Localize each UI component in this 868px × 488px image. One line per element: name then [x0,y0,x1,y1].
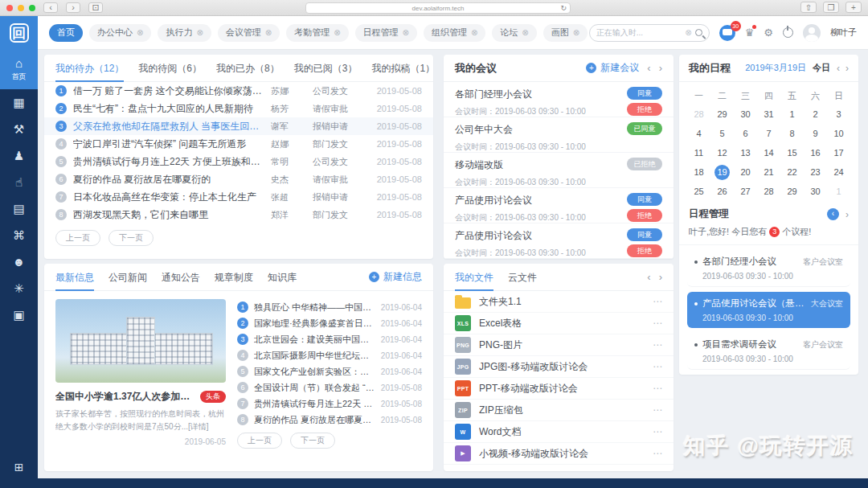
calendar-day[interactable]: 10 [827,124,850,143]
more-actions-icon[interactable] [653,404,662,416]
todo-title[interactable]: 借一万 赔了一套房 这个交易能让你倾家荡产！ [73,84,264,98]
calendar-prev-icon[interactable]: ‹ [837,63,840,74]
calendar-day[interactable]: 7 [757,124,780,143]
calendar-day[interactable]: 8 [780,124,804,143]
file-row[interactable]: PPT PPT-移动端改版讨论会 [444,378,674,400]
news-title[interactable]: 北京国际摄影周中华世纪坛开幕 聚焦 “一带一路” [254,350,375,362]
calendar-day[interactable]: 14 [757,143,780,162]
calendar-day[interactable]: 6 [734,124,757,143]
calendar-day[interactable]: 24 [827,162,850,182]
calendar-day[interactable]: 9 [804,124,827,143]
calendar-day[interactable]: 12 [710,143,734,162]
todo-tab[interactable]: 我的拟稿（1） [371,55,433,82]
search-icon[interactable] [695,29,702,36]
todo-row[interactable]: 4 宁波口岸引进“汽车侦探” 问题车无所遁形 赵娜 部门发文 2019-05-0… [44,135,433,153]
calendar-day[interactable]: 28 [757,182,780,201]
new-tab-button[interactable]: + [845,2,862,13]
meetings-prev-icon[interactable]: ‹ [647,62,650,74]
meeting-item[interactable]: 公司年中大会 会议时间：2019-06-03 09:30 - 10:00 已同意 [444,117,674,153]
app-logo[interactable]: 回 [0,16,38,50]
files-tab[interactable]: 云文件 [508,264,537,291]
todo-title[interactable]: 西湖发现黑天鹅，它们来自哪里 [73,208,264,222]
news-row[interactable]: 4 北京国际摄影周中华世纪坛开幕 聚焦 “一带一路” 2019-06-04 [237,347,422,363]
new-info-button[interactable]: + 新建信息 [369,270,422,284]
file-row[interactable]: ZIP ZIP压缩包 [444,400,674,421]
more-actions-icon[interactable] [653,318,662,329]
news-row[interactable]: 8 夏衍的作品 夏衍故居在哪夏衍的 2019-05-08 [237,412,422,428]
todo-row[interactable]: 3 父亲在抢救他却在隔壁救别人 当事医生回应质疑 谢军 报销申请 2019-05… [44,117,433,135]
meeting-item[interactable]: 产品使用讨论会议 会议时间：2019-06-03 09:30 - 10:00 同… [444,188,674,223]
new-meeting-button[interactable]: + 新建会议 [586,61,639,75]
logout-power-icon[interactable] [783,27,793,38]
sidebar-item[interactable]: ☻ [0,248,38,275]
browser-back-button[interactable]: ‹ [43,2,58,13]
news-title[interactable]: 北京世园会：建设美丽中国的生动实践 [254,334,375,346]
file-name[interactable]: ZIP压缩包 [479,404,645,417]
todo-row[interactable]: 1 借一万 赔了一套房 这个交易能让你倾家荡产！ 苏娜 公司发文 2019-05… [44,82,433,100]
file-name[interactable]: 文件夹1.1 [479,295,645,309]
clear-search-icon[interactable]: ⊗ [685,28,691,37]
news-title[interactable]: 贵州清镇试行每月连上22天 方便上班族和农民办事 [254,398,375,410]
more-actions-icon[interactable] [653,296,662,307]
messages-icon[interactable]: 30 [719,25,735,41]
calendar-next-icon[interactable]: › [845,63,849,74]
agenda-item[interactable]: 项目需求调研会议 客户会议室 2019-06-03 09:30 - 10:00 [687,333,850,370]
calendar-day[interactable]: 11 [687,143,710,162]
calendar-day[interactable]: 29 [710,105,734,124]
sidebar-item[interactable]: ⌂ 首页 [0,50,38,89]
more-actions-icon[interactable] [653,383,662,394]
calendar-day[interactable]: 27 [734,182,757,201]
refresh-icon[interactable]: ↻ [560,4,567,12]
todo-title[interactable]: 贵州清镇试行每月连上22天 方便上班族和农民办事 [73,155,264,169]
calendar-day[interactable]: 30 [804,182,827,201]
tab-overview-button[interactable]: ❐ [823,2,839,13]
meeting-item[interactable]: 产品使用讨论会议 会议时间：2019-06-03 09:30 - 10:00 同… [444,223,674,259]
meeting-accept-badge[interactable]: 同意 [627,193,662,206]
search-input[interactable] [596,28,682,37]
today-button[interactable]: 今日 [813,62,830,74]
apps-grid-icon[interactable]: ⊞ [14,461,24,474]
sidebar-item[interactable]: ⌘ [0,222,38,248]
meeting-item[interactable]: 各部门经理小会议 会议时间：2019-06-03 09:30 - 10:00 同… [444,82,674,117]
meeting-item[interactable]: 移动端改版 会议时间：2019-06-03 09:30 - 10:00 已拒绝 [444,153,674,188]
news-row[interactable]: 2 国家地理·经典影像盛宴首日展在中华世纪坛... 2019-06-04 [237,315,422,331]
calendar-day[interactable]: 19 [710,162,734,182]
close-tab-icon[interactable]: ⊗ [334,28,340,37]
nav-tab[interactable]: 执行力 ⊗ [158,24,211,42]
calendar-day[interactable]: 5 [710,124,734,143]
close-tab-icon[interactable]: ⊗ [403,28,409,37]
close-tab-icon[interactable]: ⊗ [522,28,528,37]
news-tab[interactable]: 规章制度 [215,264,253,291]
calendar-day[interactable]: 2 [804,105,827,124]
next-page-button[interactable]: 下一页 [108,230,154,246]
news-tab[interactable]: 知识库 [268,264,297,291]
news-tab[interactable]: 通知公告 [162,264,200,291]
calendar-day[interactable]: 31 [757,105,780,124]
news-title[interactable]: 国家文化产业创新实验区：以创新推动产业发展 [254,366,375,378]
file-row[interactable]: XLS Excel表格 [444,313,674,334]
file-row[interactable]: 文件夹1.1 [444,291,674,313]
nav-tab[interactable]: 考勤管理 ⊗ [286,24,348,42]
nav-tab[interactable]: 办公中心 ⊗ [89,24,151,42]
todo-tab[interactable]: 我的已办（8） [216,55,280,82]
close-tab-icon[interactable]: ⊗ [137,28,143,37]
news-row[interactable]: 5 国家文化产业创新实验区：以创新推动产业发展 2019-06-04 [237,363,422,379]
calendar-day[interactable]: 23 [804,162,827,182]
nav-tab[interactable]: 首页 [49,24,83,42]
agenda-next-icon[interactable]: › [845,209,849,220]
close-window-button[interactable] [6,5,13,11]
file-name[interactable]: 小视频-移动端改版讨论会 [479,447,645,461]
calendar-day[interactable]: 16 [804,143,827,162]
calendar-day[interactable]: 25 [687,182,710,201]
nav-tab[interactable]: 画图 ⊗ [543,24,588,42]
todo-title[interactable]: 民生“七有”：盘点十九大回应的人民新期待 [73,102,264,116]
files-next-icon[interactable]: › [659,271,662,283]
todo-row[interactable]: 8 西湖发现黑天鹅，它们来自哪里 郑洋 部门发文 2019-05-08 [44,206,433,223]
sidebar-item[interactable]: ☝ [0,169,38,195]
username[interactable]: 柳叶子 [830,27,857,39]
todo-title[interactable]: 父亲在抢救他却在隔壁救别人 当事医生回应质疑 [73,120,264,133]
calendar-day[interactable]: 17 [827,143,850,162]
meeting-accept-badge[interactable]: 已拒绝 [627,158,662,170]
agenda-item[interactable]: 产品使用讨论会议（悬浮时） 大会议室 2019-06-03 09:30 - 10… [687,292,850,328]
more-actions-icon[interactable] [653,448,662,459]
